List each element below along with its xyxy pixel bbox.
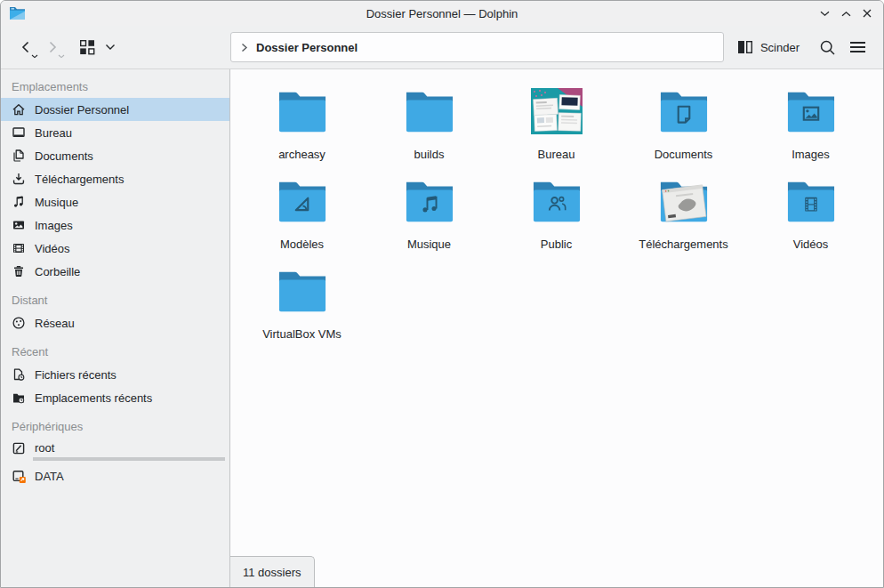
folder-item[interactable]: Téléchargements bbox=[620, 177, 747, 267]
sidebar-item-trash[interactable]: Corbeille bbox=[1, 260, 229, 283]
folder-label: Téléchargements bbox=[639, 238, 727, 251]
folder-desktop-thumbnail bbox=[531, 87, 583, 144]
folder-item[interactable]: Public bbox=[493, 177, 620, 267]
sidebar-item-data-drive[interactable]: DATA bbox=[1, 464, 229, 487]
disk-usage-bar bbox=[33, 457, 225, 461]
section-header-devices: Périphériques bbox=[1, 415, 229, 438]
folder-label: Musique bbox=[407, 238, 451, 251]
folder-item[interactable]: Musique bbox=[366, 177, 493, 267]
folder-label: builds bbox=[414, 148, 445, 161]
window-controls bbox=[814, 1, 878, 26]
section-header-places: Emplacements bbox=[1, 76, 229, 98]
home-icon bbox=[12, 102, 26, 117]
folder-item[interactable]: Bureau bbox=[493, 87, 620, 177]
folder-label: archeasy bbox=[278, 148, 325, 161]
sidebar-item-desktop[interactable]: Bureau bbox=[1, 121, 229, 144]
sidebar-item-label: Emplacements récents bbox=[35, 391, 152, 405]
sidebar-item-videos[interactable]: Vidéos bbox=[1, 237, 229, 260]
sidebar-item-label: Fichiers récents bbox=[35, 368, 117, 382]
window-maximize-icon[interactable] bbox=[835, 3, 856, 24]
sidebar-item-label: root bbox=[35, 441, 54, 455]
folder-label: Modèles bbox=[280, 238, 324, 251]
folder-downloads-thumbnail bbox=[656, 177, 711, 234]
network-icon bbox=[12, 316, 26, 330]
sidebar-item-network[interactable]: Réseau bbox=[1, 311, 229, 334]
toolbar: Dossier Personnel Scinder bbox=[1, 26, 883, 69]
sidebar-item-label: Vidéos bbox=[35, 242, 70, 255]
sidebar-item-label: Dossier Personnel bbox=[35, 103, 129, 117]
sidebar-item-home[interactable]: Dossier Personnel bbox=[1, 98, 229, 121]
folder-item[interactable]: VirtualBox VMs bbox=[238, 267, 366, 357]
sidebar-item-recent-files[interactable]: Fichiers récents bbox=[1, 363, 229, 386]
recent-file-clock-icon bbox=[12, 367, 26, 382]
folder-public-icon bbox=[529, 177, 584, 234]
folder-label: VirtualBox VMs bbox=[262, 327, 342, 341]
sidebar-item-label: Téléchargements bbox=[35, 173, 124, 186]
breadcrumb-chevron-icon[interactable] bbox=[241, 43, 248, 52]
sidebar-item-documents[interactable]: Documents bbox=[1, 144, 229, 167]
sidebar-item-music[interactable]: Musique bbox=[1, 190, 229, 213]
sidebar-item-label: Musique bbox=[35, 196, 78, 209]
content-area: Emplacements Dossier Personnel Bureau Do… bbox=[1, 69, 883, 587]
folder-label: Documents bbox=[655, 148, 713, 161]
desktop-icon bbox=[12, 125, 26, 140]
sidebar-item-root-drive[interactable]: root bbox=[1, 438, 229, 464]
folder-music-icon bbox=[402, 177, 457, 234]
dolphin-app-icon bbox=[9, 6, 26, 20]
download-icon bbox=[12, 172, 26, 186]
sidebar-item-label: Corbeille bbox=[35, 265, 80, 278]
hamburger-menu-icon[interactable] bbox=[845, 34, 870, 60]
folder-item[interactable]: Images bbox=[747, 87, 874, 177]
places-panel: Emplacements Dossier Personnel Bureau Do… bbox=[1, 69, 230, 587]
breadcrumb-current-folder[interactable]: Dossier Personnel bbox=[256, 41, 358, 54]
trash-icon bbox=[12, 264, 26, 278]
titlebar[interactable]: Dossier Personnel — Dolphin bbox=[1, 1, 883, 26]
view-mode-chevron-down-icon[interactable] bbox=[100, 33, 120, 61]
back-button[interactable] bbox=[12, 33, 39, 61]
image-icon bbox=[12, 218, 26, 232]
music-note-icon bbox=[12, 195, 26, 209]
film-icon bbox=[12, 241, 26, 255]
folder-label: Public bbox=[541, 238, 572, 251]
sidebar-item-label: Images bbox=[35, 219, 73, 232]
split-view-button[interactable]: Scinder bbox=[737, 40, 800, 54]
sidebar-item-images[interactable]: Images bbox=[1, 213, 229, 237]
folder-item[interactable]: builds bbox=[366, 87, 493, 177]
section-header-remote: Distant bbox=[1, 289, 229, 311]
folder-item[interactable]: Documents bbox=[620, 87, 747, 177]
folder-label: Vidéos bbox=[793, 238, 829, 251]
toolbar-right-group: Scinder bbox=[737, 34, 883, 60]
window-title: Dossier Personnel — Dolphin bbox=[1, 7, 883, 20]
section-header-recent: Récent bbox=[1, 341, 229, 363]
folder-grid: archeasy builds Bureau bbox=[230, 69, 883, 357]
back-dropdown-chevron-icon[interactable] bbox=[31, 54, 38, 59]
folder-label: Bureau bbox=[538, 148, 575, 161]
folder-item[interactable]: Vidéos bbox=[747, 177, 874, 267]
folder-item[interactable]: Modèles bbox=[238, 177, 366, 267]
location-breadcrumb[interactable]: Dossier Personnel bbox=[230, 32, 724, 62]
folder-templates-icon bbox=[275, 177, 330, 234]
split-view-icon bbox=[737, 40, 753, 54]
sidebar-item-downloads[interactable]: Téléchargements bbox=[1, 167, 229, 190]
status-bar-folder-count: 11 dossiers bbox=[230, 556, 315, 587]
sidebar-item-label: DATA bbox=[35, 470, 64, 483]
folder-item[interactable]: archeasy bbox=[238, 87, 366, 177]
sidebar-item-recent-locations[interactable]: Emplacements récents bbox=[1, 386, 229, 409]
view-mode-grid-icon[interactable] bbox=[74, 33, 100, 61]
forward-button bbox=[39, 33, 66, 61]
folder-plain-icon bbox=[275, 267, 330, 324]
sidebar-item-label: Documents bbox=[35, 149, 93, 163]
folder-label: Images bbox=[792, 148, 830, 161]
folder-videos-icon bbox=[784, 177, 839, 234]
forward-dropdown-chevron-icon bbox=[58, 54, 65, 59]
window-close-icon[interactable] bbox=[856, 3, 878, 24]
window-minimize-icon[interactable] bbox=[814, 3, 835, 24]
folder-view[interactable]: archeasy builds Bureau bbox=[230, 69, 883, 587]
search-icon[interactable] bbox=[815, 34, 840, 60]
document-icon bbox=[12, 149, 26, 163]
folder-documents-icon bbox=[656, 87, 711, 144]
folder-plain-icon bbox=[402, 87, 457, 144]
folder-count-label: 11 dossiers bbox=[243, 566, 301, 579]
recent-folder-clock-icon bbox=[12, 391, 26, 405]
split-view-label: Scinder bbox=[760, 41, 800, 54]
